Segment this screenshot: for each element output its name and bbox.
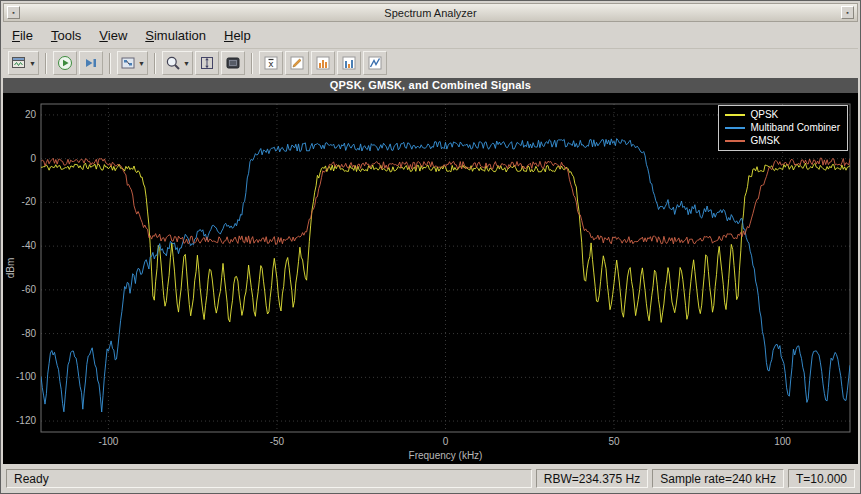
fit-span-icon xyxy=(199,55,215,71)
step-forward-icon xyxy=(83,55,99,71)
svg-text:-80: -80 xyxy=(22,328,37,339)
panner-button[interactable] xyxy=(221,51,245,75)
step-forward-button[interactable] xyxy=(79,51,103,75)
svg-text:x: x xyxy=(268,59,274,69)
spectrum-analyzer-window: ▪ Spectrum Analyzer ▪ File Tools View Si… xyxy=(0,0,861,494)
svg-text:100: 100 xyxy=(774,436,791,447)
legend-item[interactable]: Multiband Combiner xyxy=(725,122,841,133)
legend-item[interactable]: GMSK xyxy=(725,135,841,146)
toolbar-separator xyxy=(154,53,156,74)
status-ready: Ready xyxy=(6,469,532,488)
legend-swatch xyxy=(725,140,745,142)
svg-text:-50: -50 xyxy=(270,436,285,447)
configuration-properties-button[interactable]: ▼ xyxy=(8,51,39,75)
svg-text:-60: -60 xyxy=(22,284,37,295)
legend-swatch xyxy=(725,114,745,116)
svg-text:50: 50 xyxy=(608,436,620,447)
toolbar-separator xyxy=(251,53,253,74)
legend-label: GMSK xyxy=(751,135,780,146)
zoom-button[interactable]: ▼ xyxy=(162,51,193,75)
menu-file[interactable]: File xyxy=(3,25,42,46)
scope-config-icon xyxy=(11,55,27,71)
mask-line-icon xyxy=(367,55,383,71)
run-icon xyxy=(57,55,73,71)
dropdown-arrow-icon: ▼ xyxy=(29,60,36,67)
plot-title: QPSK, GMSK, and Combined Signals xyxy=(3,78,858,93)
window-menu-button[interactable]: ▪ xyxy=(7,6,20,19)
svg-text:0: 0 xyxy=(443,436,449,447)
mean-xbar-icon: x xyxy=(263,55,279,71)
figure-area[interactable]: QPSK, GMSK, and Combined Signals -100-50… xyxy=(3,78,858,464)
dropdown-arrow-icon: ▼ xyxy=(138,60,145,67)
window-menu-icon: ▪ xyxy=(12,9,14,16)
svg-text:Frequency (kHz): Frequency (kHz) xyxy=(409,450,483,461)
legend-label: Multiband Combiner xyxy=(751,122,841,133)
dropdown-arrow-icon: ▼ xyxy=(183,60,190,67)
window-title: Spectrum Analyzer xyxy=(23,7,838,19)
svg-text:-120: -120 xyxy=(16,415,36,426)
span-fit-button[interactable] xyxy=(195,51,219,75)
menu-simulation[interactable]: Simulation xyxy=(136,25,215,46)
distortion-measurements-button[interactable] xyxy=(337,51,361,75)
legend-item[interactable]: QPSK xyxy=(725,109,841,120)
svg-text:20: 20 xyxy=(25,109,37,120)
status-bar: Ready RBW=234.375 Hz Sample rate=240 kHz… xyxy=(3,465,858,491)
legend-swatch xyxy=(725,127,745,129)
status-rbw: RBW=234.375 Hz xyxy=(536,469,648,488)
blue-bars-icon xyxy=(341,55,357,71)
run-button[interactable] xyxy=(53,51,77,75)
cursor-measurements-button[interactable] xyxy=(285,51,309,75)
orange-bars-icon xyxy=(315,55,331,71)
svg-text:-100: -100 xyxy=(98,436,118,447)
status-time: T=10.000 xyxy=(788,469,855,488)
svg-text:-40: -40 xyxy=(22,240,37,251)
svg-text:-100: -100 xyxy=(16,371,36,382)
menu-tools[interactable]: Tools xyxy=(42,25,90,46)
playback-options-icon xyxy=(120,55,136,71)
legend[interactable]: QPSKMultiband CombinerGMSK xyxy=(718,105,849,151)
svg-text:dBm: dBm xyxy=(5,258,16,279)
window-close-button[interactable]: ▪ xyxy=(841,6,854,19)
spectral-mask-button[interactable] xyxy=(363,51,387,75)
title-bar[interactable]: ▪ Spectrum Analyzer ▪ xyxy=(3,3,858,22)
panner-icon xyxy=(225,55,241,71)
toolbar-separator xyxy=(109,53,111,74)
svg-text:0: 0 xyxy=(30,153,36,164)
menu-view[interactable]: View xyxy=(90,25,136,46)
toolbar-separator xyxy=(45,53,47,74)
close-icon: ▪ xyxy=(846,9,848,16)
menu-bar: File Tools View Simulation Help xyxy=(3,23,858,49)
magnifier-icon xyxy=(165,55,181,71)
svg-text:-20: -20 xyxy=(22,196,37,207)
playback-options-button[interactable]: ▼ xyxy=(117,51,148,75)
pencil-icon xyxy=(289,55,305,71)
legend-label: QPSK xyxy=(751,109,779,120)
status-sample-rate: Sample rate=240 kHz xyxy=(652,469,784,488)
menu-help[interactable]: Help xyxy=(215,25,260,46)
signal-statistics-button[interactable]: x xyxy=(259,51,283,75)
channel-measurements-button[interactable] xyxy=(311,51,335,75)
tool-bar: ▼ ▼ xyxy=(3,49,858,77)
